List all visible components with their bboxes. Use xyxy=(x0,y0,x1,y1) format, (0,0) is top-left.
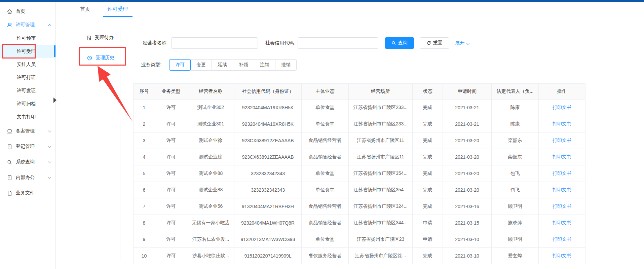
chevron-up-icon xyxy=(48,24,51,27)
print-document-link[interactable]: 打印文书 xyxy=(553,121,571,126)
biztype-option-license[interactable]: 许可 xyxy=(169,59,191,71)
sidebar-item-label: 许可管理 xyxy=(16,22,35,28)
col-header-status: 状态 xyxy=(413,84,443,100)
cell-date: 2021-03-16 xyxy=(443,198,492,215)
cell-category: 单位食堂 xyxy=(302,165,349,182)
print-document-link[interactable]: 打印文书 xyxy=(553,187,571,192)
biztype-option-cancel[interactable]: 注销 xyxy=(254,59,275,71)
sidebar-item-arrange-staff[interactable]: 安排人员 xyxy=(0,58,55,71)
tab-license-acceptance[interactable]: 许可受理 xyxy=(103,2,132,17)
col-header-index: 序号 xyxy=(134,84,155,100)
cell-type: 许可 xyxy=(155,165,187,182)
chevron-down-icon xyxy=(48,129,51,132)
reset-button[interactable]: 重置 xyxy=(420,37,449,49)
cell-name[interactable]: 测试企业302 xyxy=(187,100,234,116)
cell-name[interactable]: 沙县小吃徐庄软... xyxy=(187,248,234,264)
print-document-link[interactable]: 打印文书 xyxy=(553,138,571,143)
biztype-option-renewal[interactable]: 延续 xyxy=(212,59,233,71)
print-document-link[interactable]: 打印文书 xyxy=(553,236,571,242)
sidebar-item-label: 许可受理 xyxy=(17,48,36,54)
sidebar-item-label: 登记管理 xyxy=(16,144,35,150)
sidebar-item-license-preview[interactable]: 许可预审 xyxy=(0,32,55,45)
biztype-option-change[interactable]: 变更 xyxy=(190,59,212,71)
cell-category: 单位食堂 xyxy=(302,116,349,132)
cell-action: 打印文书 xyxy=(539,231,585,248)
laptop-icon xyxy=(7,128,12,134)
cell-type: 许可 xyxy=(155,248,187,264)
table-row: 4许可测试企业徐923CX638912ZEAAAAB食品销售经营者江苏省扬州市广… xyxy=(134,149,585,165)
cell-legal: 陈康 xyxy=(492,100,539,116)
sidebar-item-internal-office[interactable]: 内部办公 xyxy=(0,170,55,185)
cell-date: 2021-03-10 xyxy=(443,231,492,248)
cell-date: 2021-03-20 xyxy=(443,182,492,198)
sidebar-item-document-print[interactable]: 文书打印 xyxy=(0,110,55,123)
biztype-option-reissue[interactable]: 补领 xyxy=(233,59,254,71)
cell-name[interactable]: 测试企业88 xyxy=(187,165,234,182)
cell-legal: 顾卫明 xyxy=(492,231,539,248)
biztype-option-revoke[interactable]: 撤销 xyxy=(275,59,297,71)
subpanel-item-label: 受理历史 xyxy=(96,55,114,61)
search-row: 经营者名称: 社会信用代码: 查询 xyxy=(133,37,469,49)
cell-name[interactable]: 测试企业88 xyxy=(187,182,234,198)
sidebar-item-license-print-cert[interactable]: 许可打证 xyxy=(0,71,55,84)
sidebar-item-registration-management[interactable]: 登记管理 xyxy=(0,139,55,154)
cell-status: 完成 xyxy=(413,182,443,198)
col-header-legal-rep: 法定代表人（负... xyxy=(492,84,539,100)
operator-name-input[interactable] xyxy=(171,37,258,49)
sidebar-item-business-files[interactable]: 业务文件 xyxy=(0,185,55,201)
subpanel-item-acceptance-todo[interactable]: 受理待办 xyxy=(86,35,114,41)
print-document-link[interactable]: 打印文书 xyxy=(553,203,571,209)
print-document-link[interactable]: 打印文书 xyxy=(553,154,571,159)
business-type-label: 业务类型: xyxy=(141,62,161,68)
print-document-link[interactable]: 打印文书 xyxy=(553,170,571,176)
cell-name[interactable]: 测试企业徐 xyxy=(187,149,234,165)
cell-code: 92320404MA19XR8H5K xyxy=(234,100,302,116)
cell-legal: 顾卫明 xyxy=(492,198,539,215)
cell-legal: 栾韶东 xyxy=(492,132,539,149)
sidebar-item-license-acceptance[interactable]: 许可受理 xyxy=(0,45,55,58)
cell-name[interactable]: 无锡有一家小吃店 xyxy=(187,215,234,231)
cell-date: 2021-03-20 xyxy=(443,132,492,149)
cell-code: 3232332342343 xyxy=(234,182,302,198)
print-document-link[interactable]: 打印文书 xyxy=(553,253,571,258)
table-row: 5许可测试企业883232332342343单位食堂江苏省扬州市广陵区354..… xyxy=(134,165,585,182)
sidebar-item-license-management[interactable]: 许可管理 xyxy=(0,18,55,32)
tab-bar: 首页 许可受理 xyxy=(56,2,644,17)
print-document-link[interactable]: 打印文书 xyxy=(553,220,571,225)
cell-status: 完成 xyxy=(413,248,443,264)
sidebar-item-system-query[interactable]: 系统查询 xyxy=(0,154,55,170)
cell-legal: 栾韶东 xyxy=(492,149,539,165)
cell-address: 江苏省扬州市广陵区324... xyxy=(349,198,413,215)
table-row: 9许可江苏名仁农业发...91320213MA1W3WCG93单位食堂江苏省扬州… xyxy=(134,231,585,248)
cell-name[interactable]: 江苏名仁农业发... xyxy=(187,231,234,248)
sidebar-item-home[interactable]: 首页 xyxy=(0,5,55,18)
cell-name[interactable]: 测试企业徐 xyxy=(187,132,234,149)
sidebar-item-record-management[interactable]: 备案管理 xyxy=(0,123,55,139)
sidebar-collapse-handle[interactable] xyxy=(53,98,56,103)
cell-address: 江苏省扬州市广陵区354... xyxy=(349,165,413,182)
tab-home[interactable]: 首页 xyxy=(75,2,95,17)
sidebar-item-label: 首页 xyxy=(16,8,25,14)
sidebar-item-label: 备案管理 xyxy=(16,128,35,134)
table-row: 1许可测试企业30292320404MA19XR8H5K单位食堂江苏省扬州市广陵… xyxy=(134,100,585,116)
sidebar: 首页 许可管理 许可预审 许可受理 安排人员 许可打证 许可发证 xyxy=(0,2,56,269)
cell-status: 完成 xyxy=(413,149,443,165)
credit-code-input[interactable] xyxy=(298,37,378,49)
table-row: 10许可沙县小吃徐庄软...91512022071419909L餐饮服务经营者江… xyxy=(134,248,585,264)
business-type-group: 许可 变更 延续 补领 注销 xyxy=(169,59,297,71)
cell-name[interactable]: 测试企业56 xyxy=(187,198,234,215)
content-area: 受理待办 受理历史 经营者名称: 社会信用 xyxy=(56,17,644,269)
sidebar-item-license-issue-cert[interactable]: 许可发证 xyxy=(0,84,55,97)
cell-type: 许可 xyxy=(155,215,187,231)
subpanel-item-acceptance-history[interactable]: 受理历史 xyxy=(87,55,114,61)
print-document-link[interactable]: 打印文书 xyxy=(553,105,571,110)
col-header-credit-code: 社会信用代码（身份证） xyxy=(234,84,302,100)
expand-link[interactable]: 展开 xyxy=(455,40,469,46)
sidebar-item-license-archive[interactable]: 许可归档 xyxy=(0,97,55,110)
cell-name[interactable]: 测试企业301 xyxy=(187,116,234,132)
search-icon xyxy=(7,159,12,165)
cell-date: 2021-03-20 xyxy=(443,165,492,182)
cell-action: 打印文书 xyxy=(539,132,585,149)
cell-type: 许可 xyxy=(155,116,187,132)
query-button[interactable]: 查询 xyxy=(385,37,414,49)
